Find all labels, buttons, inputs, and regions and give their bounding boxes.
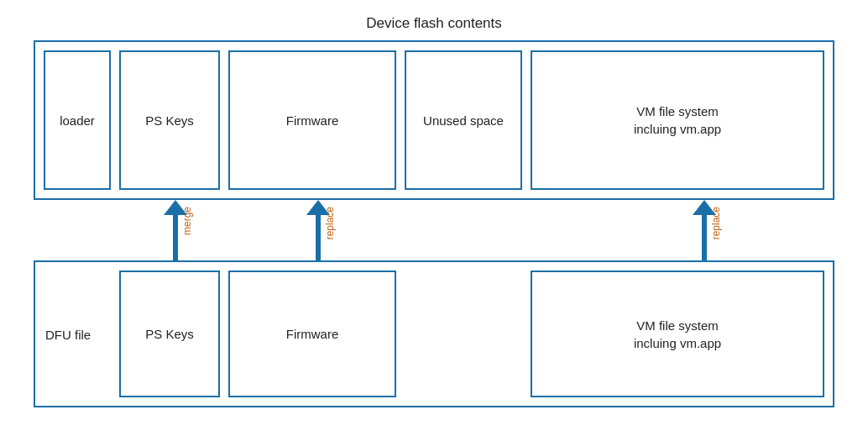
merge-label: merge: [181, 207, 193, 235]
segment-ps-keys-top: PS Keys: [119, 50, 220, 190]
diagram-container: Device flash contents loader PS Keys Fir…: [0, 0, 868, 436]
replace-arrow-2-shaft: [702, 215, 707, 260]
replace-arrow-1-shaft: [316, 215, 321, 260]
replace-arrow-1: replace: [306, 200, 331, 260]
replace-label-1: replace: [324, 207, 336, 239]
segment-firmware-top: Firmware: [228, 50, 396, 190]
segment-loader: loader: [44, 50, 111, 190]
segment-firmware-dfu: Firmware: [228, 271, 396, 397]
replace-arrow-2: replace: [692, 200, 717, 260]
merge-arrow: merge: [163, 200, 188, 260]
dfu-file-label: DFU file: [45, 327, 91, 341]
device-flash-box: loader PS Keys Firmware Unused space VM …: [34, 40, 834, 200]
diagram-title: Device flash contents: [0, 15, 868, 32]
segment-vmfs-top: VM file systemincluing vm.app: [531, 50, 824, 190]
merge-arrow-shaft: [173, 215, 178, 260]
segment-vmfs-dfu: VM file systemincluing vm.app: [531, 271, 824, 397]
dfu-file-box: DFU file PS Keys Firmware VM file system…: [34, 260, 834, 407]
segment-ps-keys-dfu: PS Keys: [119, 271, 220, 397]
segment-unused-space: Unused space: [405, 50, 522, 190]
replace-label-2: replace: [710, 207, 722, 239]
